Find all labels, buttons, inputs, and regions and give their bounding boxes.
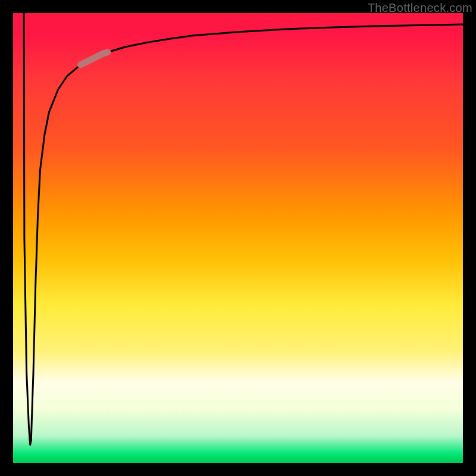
chart-container: TheBottleneck.com <box>0 0 476 476</box>
watermark-text: TheBottleneck.com <box>368 1 472 15</box>
x-axis <box>11 463 465 465</box>
curve-highlight-segment <box>80 52 107 65</box>
highlight-svg <box>13 13 463 463</box>
